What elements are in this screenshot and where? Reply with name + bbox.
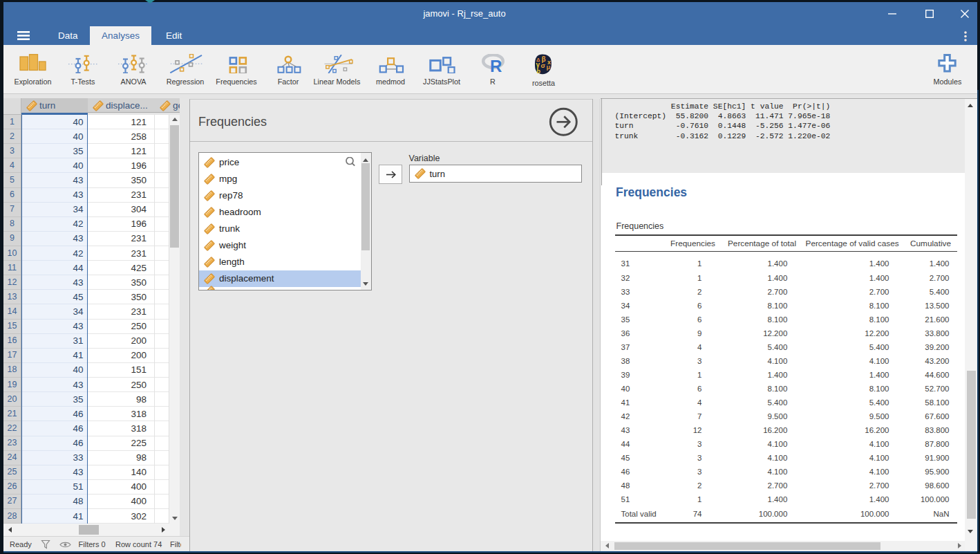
svg-text:σ: σ xyxy=(541,62,546,69)
svg-text:R: R xyxy=(490,57,502,73)
svg-text:b: b xyxy=(537,68,541,75)
svg-text:μ: μ xyxy=(547,63,551,71)
